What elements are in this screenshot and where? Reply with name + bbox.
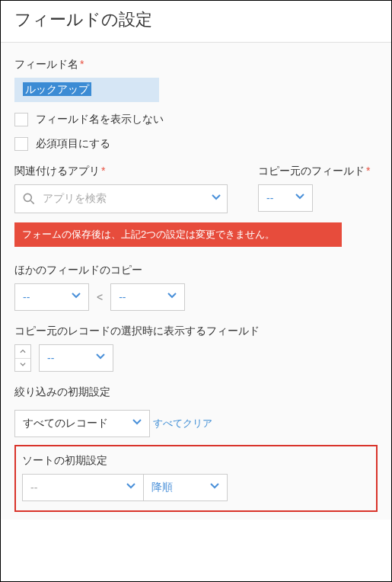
copy-source-select[interactable]: -- xyxy=(258,184,313,212)
required-row: 必須項目にする xyxy=(14,137,378,151)
sort-highlight-box: ソートの初期設定 -- 降順 xyxy=(14,445,378,512)
sort-field-select[interactable]: -- xyxy=(22,474,144,501)
other-copy-right-select[interactable]: -- xyxy=(110,283,185,311)
chevron-down-icon xyxy=(132,419,142,428)
sort-label: ソートの初期設定 xyxy=(22,454,370,468)
field-name-label: フィールド名* xyxy=(14,58,378,72)
chevron-down-icon xyxy=(126,483,135,492)
chevron-down-icon xyxy=(212,194,221,203)
hide-label-checkbox[interactable] xyxy=(14,113,28,126)
stepper-down[interactable] xyxy=(15,359,30,372)
required-text: 必須項目にする xyxy=(36,137,110,151)
related-app-col: 関連付けるアプリ* アプリを検索 xyxy=(14,165,228,213)
stepper-up[interactable] xyxy=(15,345,30,359)
page-title: フィールドの設定 xyxy=(14,8,378,31)
related-app-select[interactable]: アプリを検索 xyxy=(14,184,228,213)
display-field-select[interactable]: -- xyxy=(39,344,113,372)
filter-label: 絞り込みの初期設定 xyxy=(14,385,378,399)
arrow-less-than: < xyxy=(97,291,103,303)
chevron-down-icon xyxy=(167,293,177,302)
hide-label-text: フィールド名を表示しない xyxy=(36,113,164,126)
warning-banner: フォームの保存後は、上記2つの設定は変更できません。 xyxy=(14,222,342,247)
field-name-group: フィールド名* ルックアップ フィールド名を表示しない 必須項目にする xyxy=(14,58,378,151)
required-mark: * xyxy=(80,58,84,70)
related-app-placeholder: アプリを検索 xyxy=(43,192,107,206)
filter-group: 絞り込みの初期設定 すべてのレコード すべてクリア xyxy=(14,385,378,437)
search-icon xyxy=(21,191,37,206)
dialog-content: フィールド名* ルックアップ フィールド名を表示しない 必須項目にする 関連付け… xyxy=(1,43,391,520)
required-checkbox[interactable] xyxy=(14,137,28,151)
required-mark: * xyxy=(101,165,105,177)
related-app-label: 関連付けるアプリ* xyxy=(14,165,228,178)
other-copy-label: ほかのフィールドのコピー xyxy=(14,264,378,277)
order-stepper[interactable] xyxy=(14,344,31,372)
copy-source-label: コピー元のフィールド* xyxy=(258,165,370,178)
svg-line-1 xyxy=(31,201,34,204)
chevron-down-icon xyxy=(210,483,219,492)
clear-all-link[interactable]: すべてクリア xyxy=(153,417,212,430)
chevron-down-icon xyxy=(72,293,81,302)
chevron-down-icon xyxy=(96,353,105,363)
required-mark: * xyxy=(366,165,370,177)
chevron-down-icon xyxy=(295,193,304,203)
display-fields-label: コピー元のレコードの選択時に表示するフィールド xyxy=(14,325,378,338)
filter-select[interactable]: すべてのレコード xyxy=(14,410,150,437)
sort-order-select[interactable]: 降順 xyxy=(144,474,228,501)
app-source-row: 関連付けるアプリ* アプリを検索 コピー元のフィールド* xyxy=(14,165,378,213)
display-fields-group: コピー元のレコードの選択時に表示するフィールド -- xyxy=(14,325,378,372)
copy-source-col: コピー元のフィールド* -- xyxy=(258,165,370,212)
field-name-input[interactable]: ルックアップ xyxy=(14,78,159,102)
hide-label-row: フィールド名を表示しない xyxy=(14,113,378,126)
svg-point-0 xyxy=(24,193,31,201)
other-copy-group: ほかのフィールドのコピー -- < -- xyxy=(14,264,378,311)
dialog-header: フィールドの設定 xyxy=(1,1,391,43)
other-copy-left-select[interactable]: -- xyxy=(14,283,89,311)
